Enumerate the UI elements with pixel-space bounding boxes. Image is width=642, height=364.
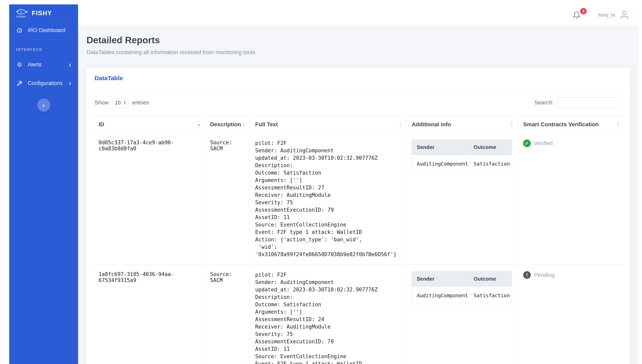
inner-cell-outcome: Satisfaction	[469, 155, 512, 173]
column-label: Additional info	[412, 121, 451, 128]
username: fishy_fa	[598, 12, 615, 18]
sort-icon: ▲▼	[243, 122, 246, 128]
content-area: Detailed Reports DataTables containing a…	[78, 26, 638, 364]
nav-label: Alerts	[28, 62, 42, 68]
sort-icon: ▲▼	[616, 122, 619, 128]
datatable-card: DataTable Show 10 ▲▼ entries	[87, 68, 630, 364]
inner-cell-outcome: Satisfaction	[469, 287, 512, 305]
verified-badge-icon: ✓	[523, 140, 531, 147]
table-row: 0d05c337-17a3-4ce9-ab90-c0a83b0d8fa0 Sou…	[93, 133, 623, 265]
fish-icon	[15, 8, 28, 16]
table-row: 1a8fc697-3105-4036-94aa-67534f9315a9 Sou…	[93, 265, 623, 364]
chevron-right-icon: ›	[69, 63, 71, 67]
sidebar-item-configurations[interactable]: Configurations ›	[9, 74, 78, 92]
select-arrows-icon: ▲▼	[123, 100, 126, 105]
column-label: Description	[210, 121, 241, 128]
inner-column-sender: Sender	[412, 140, 469, 155]
main-panel: 2 fishy_fa Detailed Reports DataTables c…	[78, 4, 638, 364]
additional-info-table: Sender Outcome AuditingComponent Satisfa	[412, 140, 512, 173]
sidebar-nav: IRO Dashboard INTERFACE ⚙ Alerts › Confi…	[9, 21, 78, 112]
reports-table: ID ▲ Description ▲▼ Full Text ▲▼	[93, 116, 623, 364]
cell-additional-info: Sender Outcome AuditingComponent Satisfa	[406, 265, 517, 364]
bell-icon	[573, 11, 581, 19]
fishy-logo-icon: FiSHY	[15, 8, 28, 18]
inner-column-outcome: Outcome	[469, 140, 512, 155]
cell-full-text: pilot: F2F Sender: AuditingComponent upd…	[250, 133, 406, 265]
search-label: Search:	[534, 100, 554, 106]
cell-description: Source: SACM	[204, 265, 250, 364]
sidebar-item-alerts[interactable]: ⚙ Alerts ›	[9, 55, 78, 74]
brand-logo[interactable]: FiSHY FISHY	[9, 4, 78, 21]
column-label: ID	[99, 121, 104, 128]
notification-badge: 2	[580, 8, 587, 14]
cell-additional-info: Sender Outcome AuditingComponent Satisfa	[406, 133, 517, 265]
column-header-additional-info[interactable]: Additional info ▲▼	[406, 116, 517, 133]
column-header-id[interactable]: ID ▲	[93, 116, 204, 133]
sidebar-collapse-button[interactable]: ‹	[37, 98, 50, 112]
page-size-select[interactable]: 10 ▲▼	[112, 98, 129, 108]
table-header-row: ID ▲ Description ▲▼ Full Text ▲▼	[93, 116, 623, 133]
page-title: Detailed Reports	[87, 35, 630, 46]
sort-icon: ▲	[197, 123, 200, 126]
cell-id: 0d05c337-17a3-4ce9-ab90-c0a83b0d8fa0	[93, 133, 204, 265]
card-body: Show 10 ▲▼ entries Search:	[87, 89, 630, 364]
inner-cell-sender: AuditingComponent	[412, 287, 469, 305]
sort-icon: ▲▼	[510, 122, 513, 128]
sort-icon: ▲▼	[399, 122, 402, 128]
inner-column-sender: Sender	[412, 272, 469, 287]
dashboard-icon	[16, 28, 23, 34]
topbar: 2 fishy_fa	[78, 4, 638, 26]
cell-description: Source: SACM	[204, 133, 250, 265]
brand-name: FISHY	[32, 10, 52, 17]
show-label: Show	[95, 100, 109, 106]
user-menu[interactable]: fishy_fa	[589, 8, 629, 22]
sidebar-item-iro-dashboard[interactable]: IRO Dashboard	[9, 21, 78, 40]
nav-label: Configurations	[28, 80, 63, 86]
verification-status: Verified	[534, 140, 553, 146]
wrench-icon	[16, 80, 23, 86]
table-controls: Show 10 ▲▼ entries Search:	[93, 89, 623, 116]
cell-verification: ! Pending	[517, 265, 623, 364]
sidebar: FiSHY FISHY IRO Dashboard INTERFACE ⚙ Al…	[9, 4, 78, 364]
sidebar-section-label: INTERFACE	[9, 40, 78, 55]
gear-icon: ⚙	[16, 61, 23, 68]
column-header-full-text[interactable]: Full Text ▲▼	[250, 116, 406, 133]
search-input[interactable]	[557, 98, 622, 108]
page-size-value: 10	[115, 100, 121, 106]
additional-info-table: Sender Outcome AuditingComponent Satisfa	[412, 271, 512, 305]
nav-label: IRO Dashboard	[28, 27, 65, 34]
inner-header-row: Sender Outcome	[412, 140, 512, 155]
logo-caption: FiSHY	[17, 15, 26, 18]
user-avatar-icon	[619, 10, 629, 20]
page-length-control: Show 10 ▲▼ entries	[95, 98, 149, 108]
chevron-right-icon: ›	[69, 82, 71, 86]
entries-label: entries	[132, 100, 149, 106]
card-title: DataTable	[95, 75, 123, 82]
verification-status: Pending	[534, 272, 555, 278]
column-header-smart-contracts[interactable]: Smart Contracts Verification ▲▼	[517, 116, 623, 133]
inner-header-row: Sender Outcome	[412, 272, 512, 287]
app-window: FiSHY FISHY IRO Dashboard INTERFACE ⚙ Al…	[9, 4, 638, 364]
column-header-description[interactable]: Description ▲▼	[204, 116, 250, 133]
chevron-left-icon: ‹	[43, 101, 45, 109]
table-search: Search:	[534, 98, 622, 108]
inner-column-outcome: Outcome	[469, 272, 512, 287]
inner-data-row: AuditingComponent Satisfaction	[412, 287, 512, 305]
column-label: Smart Contracts Verification	[523, 121, 599, 128]
cell-id: 1a8fc697-3105-4036-94aa-67534f9315a9	[93, 265, 204, 364]
page-subtitle: DataTables containing all information re…	[87, 49, 630, 56]
cell-verification: ✓ Verified	[517, 133, 623, 265]
cell-full-text: pilot: F2F Sender: AuditingComponent upd…	[250, 265, 406, 364]
column-label: Full Text	[255, 121, 278, 128]
pending-badge-icon: !	[523, 271, 531, 279]
inner-data-row: AuditingComponent Satisfaction	[412, 155, 512, 173]
inner-cell-sender: AuditingComponent	[412, 155, 469, 173]
notifications-button[interactable]: 2	[573, 10, 589, 20]
